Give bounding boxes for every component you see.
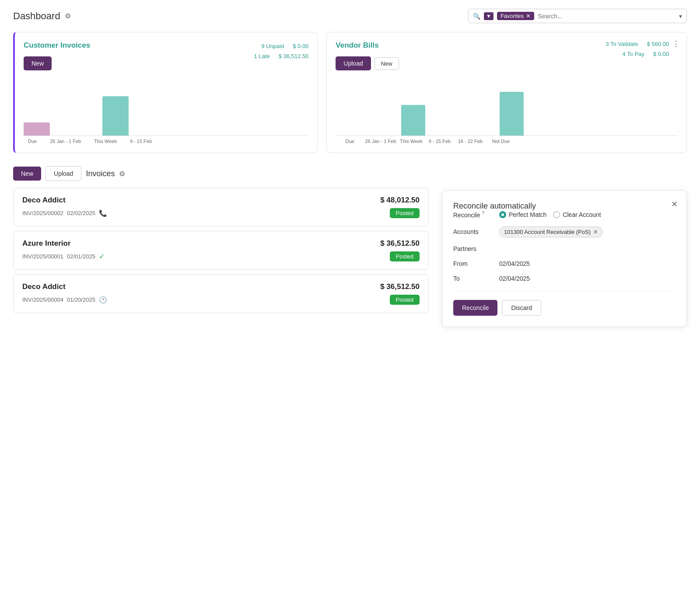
invoice-top-3: Deco Addict $ 36,512.50 bbox=[22, 282, 420, 291]
from-value: 02/04/2025 bbox=[499, 260, 530, 267]
page-title: Dashboard bbox=[13, 10, 60, 22]
invoice-card-2[interactable]: Azure Interior $ 36,512.50 INV/2025/0000… bbox=[13, 231, 429, 270]
reconcile-tooltip: ? bbox=[482, 211, 484, 216]
dashboard-gear-icon[interactable]: ⚙ bbox=[65, 12, 71, 20]
invoices-new-button[interactable]: New bbox=[13, 167, 41, 181]
invoices-toolbar: New Upload Invoices ⚙ bbox=[13, 166, 429, 181]
vlabel-notdue: Not Due bbox=[486, 139, 515, 144]
invoice-status-2: Posted bbox=[390, 251, 420, 261]
bottom-section: New Upload Invoices ⚙ Deco Addict $ 48,0… bbox=[13, 166, 687, 327]
check-icon: ✓ bbox=[99, 252, 105, 261]
invoice-date-1: 02/02/2025 bbox=[67, 210, 95, 216]
bar-thisweek bbox=[102, 96, 129, 136]
vendor-bills-menu-icon[interactable]: ⋮ bbox=[672, 39, 680, 49]
search-input[interactable] bbox=[538, 13, 676, 20]
invoices-section: New Upload Invoices ⚙ Deco Addict $ 48,0… bbox=[13, 166, 429, 327]
filter-icon: ▼ bbox=[484, 12, 494, 20]
filter-remove-icon[interactable]: ✕ bbox=[526, 13, 531, 19]
from-row: From 02/04/2025 bbox=[453, 260, 676, 267]
search-bar: 🔍 ▼ Favorites ✕ ▾ bbox=[468, 9, 687, 23]
filter-badge[interactable]: Favorites ✕ bbox=[497, 12, 534, 20]
clear-account-label: Clear Account bbox=[563, 211, 601, 218]
vlabel-due: Due bbox=[336, 139, 364, 144]
customer-invoices-widget: Customer Invoices New 9 Unpaid $ 0.00 1 … bbox=[13, 32, 318, 153]
invoice-top-2: Azure Interior $ 36,512.50 bbox=[22, 239, 420, 248]
invoice-bottom-1: INV/2025/00002 02/02/2025 📞 Posted bbox=[22, 208, 420, 218]
reconcile-row: Reconcile ? Perfect Match Clear Account bbox=[453, 211, 676, 219]
to-label: To bbox=[453, 275, 493, 282]
label-thisweek: This Week bbox=[94, 139, 117, 144]
pay-value: $ 0.00 bbox=[653, 49, 669, 59]
account-tag-text: 101300 Account Receivable (PoS) bbox=[504, 229, 591, 235]
panel-close-icon[interactable]: ✕ bbox=[671, 199, 678, 209]
bar-due-bar bbox=[24, 122, 50, 136]
late-value: $ 36,512.50 bbox=[279, 51, 309, 61]
accounts-label: Accounts bbox=[453, 228, 493, 235]
perfect-match-option[interactable]: Perfect Match bbox=[499, 211, 546, 218]
customer-invoices-new-button[interactable]: New bbox=[24, 56, 52, 70]
panel-title: Reconcile automatically bbox=[453, 202, 536, 210]
panel-actions: Reconcile Discard bbox=[453, 300, 676, 316]
vlabel-thisweek: This Week bbox=[397, 139, 425, 144]
stat-row-pay: 4 To Pay $ 0.00 bbox=[606, 49, 669, 59]
panel-divider bbox=[453, 291, 676, 291]
perfect-match-radio[interactable] bbox=[499, 211, 506, 218]
vlabel-16feb: 16 - 22 Feb bbox=[454, 139, 486, 144]
perfect-match-label: Perfect Match bbox=[509, 211, 546, 218]
clear-account-radio[interactable] bbox=[553, 211, 560, 218]
vendor-bills-upload-button[interactable]: Upload bbox=[336, 56, 371, 70]
invoice-bottom-2: INV/2025/00001 02/01/2025 ✓ Posted bbox=[22, 251, 420, 261]
discard-button[interactable]: Discard bbox=[502, 300, 541, 316]
invoice-status-3: Posted bbox=[390, 295, 420, 305]
filter-label: Favorites bbox=[500, 13, 524, 19]
vbar-notdue bbox=[500, 92, 524, 136]
invoice-company-2: Azure Interior bbox=[22, 239, 71, 248]
customer-invoices-stats: 9 Unpaid $ 0.00 1 Late $ 36,512.50 bbox=[254, 41, 309, 62]
vbar-thisweek bbox=[401, 105, 425, 136]
invoice-amount-1: $ 48,012.50 bbox=[380, 196, 420, 205]
pay-label: 4 To Pay bbox=[622, 49, 644, 59]
account-tag: 101300 Account Receivable (PoS) ✕ bbox=[499, 226, 603, 237]
chart-labels: Due 26 Jan - 1 Feb This Week 9 - 15 Feb bbox=[24, 139, 308, 144]
from-label: From bbox=[453, 260, 493, 267]
invoice-date-2: 02/01/2025 bbox=[67, 253, 95, 260]
search-dropdown-icon[interactable]: ▾ bbox=[679, 13, 682, 20]
invoice-ref-1: INV/2025/00002 bbox=[22, 210, 63, 216]
to-value: 02/04/2025 bbox=[499, 275, 530, 282]
vendor-bills-widget: ⋮ Vendor Bills Upload New 3 To Validate … bbox=[326, 32, 687, 153]
invoice-card-3[interactable]: Deco Addict $ 36,512.50 INV/2025/00004 0… bbox=[13, 274, 429, 313]
clear-account-option[interactable]: Clear Account bbox=[553, 211, 601, 218]
stat-row-late: 1 Late $ 36,512.50 bbox=[254, 51, 309, 61]
unpaid-value: $ 0.00 bbox=[293, 41, 308, 51]
to-row: To 02/04/2025 bbox=[453, 275, 676, 282]
invoice-company-1: Deco Addict bbox=[22, 196, 66, 205]
invoice-meta-3: INV/2025/00004 01/20/2025 🕐 bbox=[22, 296, 107, 304]
reconcile-options: Perfect Match Clear Account bbox=[499, 211, 601, 218]
bar-thisweek-bar bbox=[102, 96, 129, 136]
partners-label: Partners bbox=[453, 245, 493, 252]
invoices-gear-icon[interactable]: ⚙ bbox=[119, 170, 125, 178]
bar-due bbox=[24, 122, 50, 136]
vlabel-9feb: 9 - 15 Feb bbox=[425, 139, 454, 144]
invoice-status-1: Posted bbox=[390, 208, 420, 218]
header-left: Dashboard ⚙ bbox=[13, 10, 71, 22]
invoice-top-1: Deco Addict $ 48,012.50 bbox=[22, 196, 420, 205]
label-due: Due bbox=[28, 139, 37, 144]
invoices-label: Invoices bbox=[86, 169, 115, 178]
header: Dashboard ⚙ 🔍 ▼ Favorites ✕ ▾ bbox=[13, 9, 687, 23]
invoices-upload-button[interactable]: Upload bbox=[46, 166, 81, 181]
stat-row-unpaid: 9 Unpaid $ 0.00 bbox=[254, 41, 309, 51]
account-tag-remove-icon[interactable]: ✕ bbox=[593, 229, 598, 235]
unpaid-label: 9 Unpaid bbox=[261, 41, 284, 51]
validate-label: 3 To Validate bbox=[606, 39, 638, 49]
invoice-meta-1: INV/2025/00002 02/02/2025 📞 bbox=[22, 209, 107, 217]
vendor-chart-labels: Due 26 Jan - 1 Feb This Week 9 - 15 Feb … bbox=[336, 139, 678, 144]
customer-invoices-chart bbox=[24, 84, 308, 136]
reconcile-label: Reconcile ? bbox=[453, 211, 493, 219]
vendor-bills-new-button[interactable]: New bbox=[374, 57, 399, 70]
invoice-company-3: Deco Addict bbox=[22, 282, 66, 291]
reconcile-button[interactable]: Reconcile bbox=[453, 300, 497, 316]
invoice-card-1[interactable]: Deco Addict $ 48,012.50 INV/2025/00002 0… bbox=[13, 188, 429, 226]
invoice-ref-3: INV/2025/00004 bbox=[22, 296, 63, 303]
search-icon: 🔍 bbox=[473, 13, 480, 20]
